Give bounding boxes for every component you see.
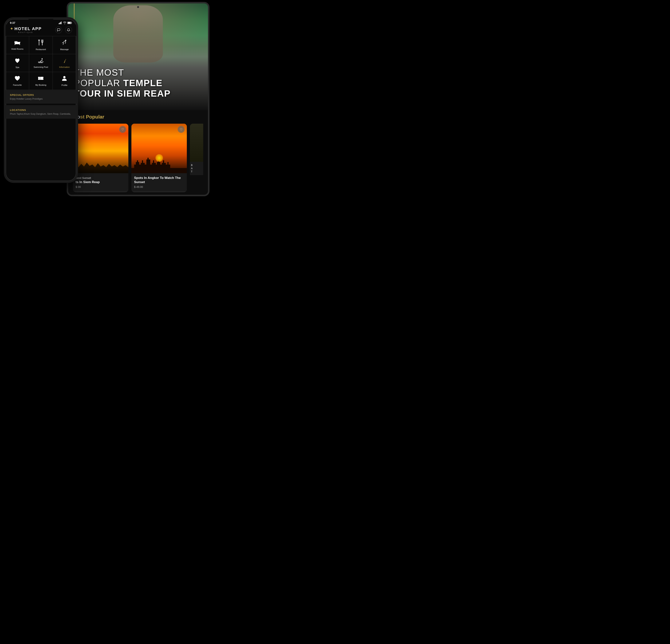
- hero-text-block: THE MOST POPULAR TEMPLE TOUR IN SIEM REA…: [74, 67, 202, 99]
- card1-title: Best Sunset ts In Siem Reap: [76, 176, 126, 184]
- menu-item-information[interactable]: 𝑖 Information: [53, 54, 76, 72]
- favourite-icon-wrapper: [14, 76, 20, 82]
- menu-item-swimming-pool[interactable]: Swimming Pool: [29, 54, 53, 72]
- info-icon: 𝑖: [64, 58, 65, 64]
- card3-partial-img: [190, 124, 203, 162]
- svg-point-17: [42, 58, 43, 59]
- app-logo-top: ✦ HOTEL APP: [10, 26, 42, 31]
- tablet: THE MOST POPULAR TEMPLE TOUR IN SIEM REA…: [67, 2, 210, 196]
- menu-item-spa[interactable]: Spa: [6, 54, 29, 72]
- tablet-content: THE MOST POPULAR TEMPLE TOUR IN SIEM REA…: [68, 3, 208, 195]
- card3-info-partial: B A T: [190, 162, 203, 175]
- information-label: Information: [59, 66, 70, 68]
- hero-line2: POPULAR TEMPLE: [74, 78, 202, 88]
- tablet-card-3-partial: B A T: [190, 124, 203, 192]
- wifi-icon: [63, 22, 66, 24]
- notification-button[interactable]: [65, 26, 72, 33]
- card1-prefix: Best Sunset: [76, 176, 91, 180]
- status-time: 9:37: [10, 21, 15, 24]
- tablet-card-2[interactable]: ♡ Spots In Angkor To Watch The Sunset $ …: [131, 124, 187, 192]
- tablet-camera: [137, 6, 139, 8]
- massage-icon: [62, 40, 67, 45]
- special-offers-description: Enjoy Hoteller Luxury Proiviliges: [10, 97, 72, 100]
- phone: 9:37 ✦ HOTEL APP: [4, 17, 78, 183]
- card3-b: B: [191, 164, 202, 167]
- card1-info: Best Sunset ts In Siem Reap $ 00: [73, 173, 129, 191]
- tablet-section-title: Most Popular: [73, 114, 203, 120]
- massage-icon-wrapper: [62, 40, 67, 47]
- card2-favorite[interactable]: ♡: [178, 126, 185, 133]
- menu-item-restaurant[interactable]: Restaurant: [29, 36, 53, 54]
- info-icon-wrapper: 𝑖: [64, 58, 65, 64]
- card1-price: $ 00: [76, 185, 126, 188]
- my-booking-label: My Booking: [36, 84, 46, 86]
- svg-rect-6: [71, 23, 72, 23]
- card3-title-partial: B A T: [191, 164, 202, 173]
- locations-title: LOCATIONS: [10, 109, 72, 111]
- special-offers-title: SPECIAL OFFERS: [10, 94, 72, 96]
- chat-button[interactable]: [55, 26, 62, 33]
- phone-notch: [29, 19, 53, 24]
- svg-rect-3: [61, 22, 62, 24]
- svg-point-19: [63, 76, 66, 78]
- header-icons: [55, 26, 72, 33]
- card1-image: ♡: [73, 124, 129, 173]
- svg-point-16: [65, 40, 66, 41]
- tablet-bottom: Most Popular ♡ Best Sunset ts In Siem Re…: [68, 110, 208, 195]
- app-subtitle: BOUTIQUE: [10, 31, 42, 33]
- spa-icon-wrapper: [14, 57, 20, 65]
- profile-icon: [62, 76, 67, 81]
- sun: [156, 154, 163, 162]
- menu-item-my-booking[interactable]: My Booking: [29, 72, 53, 90]
- svg-rect-2: [60, 22, 61, 24]
- tablet-cards: ♡ Best Sunset ts In Siem Reap $ 00: [73, 124, 203, 192]
- card3-a: A: [191, 167, 202, 170]
- ticket-icon: [38, 76, 44, 81]
- chat-icon: [57, 28, 61, 31]
- svg-rect-0: [59, 23, 59, 24]
- hotel-rooms-icon: [14, 40, 21, 46]
- hero-line2-bold: TEMPLE: [123, 78, 163, 88]
- spa-icon: [14, 57, 20, 63]
- menu-grid: Hotel Rooms Restaurant: [6, 36, 76, 90]
- card1-price-value: 00: [78, 185, 81, 188]
- tablet-card-1[interactable]: ♡ Best Sunset ts In Siem Reap $ 00: [73, 124, 129, 192]
- signal-icon: [59, 22, 62, 24]
- card2-price: $ 49.00: [134, 185, 184, 188]
- hero-line3: TOUR IN SIEM REAP: [74, 88, 202, 99]
- card2-image: ♡: [131, 124, 187, 173]
- svg-rect-5: [68, 22, 71, 24]
- temple-face: [113, 5, 163, 63]
- svg-rect-10: [15, 44, 15, 45]
- heart-icon: [14, 76, 20, 81]
- hero-line2-normal: POPULAR: [74, 78, 123, 88]
- pool-icon-wrapper: [38, 58, 44, 64]
- menu-item-massage[interactable]: Massage: [53, 36, 76, 54]
- menu-item-profile[interactable]: Profile: [53, 72, 76, 90]
- hero-line1: THE MOST: [74, 67, 202, 78]
- locations-address: Phum Taphul,Khum Svay Dangkum, Siem Reap…: [10, 113, 72, 115]
- svg-rect-12: [14, 42, 21, 42]
- locations-section: LOCATIONS Phum Taphul,Khum Svay Dangkum,…: [6, 105, 76, 119]
- card1-price-text: $ 00: [76, 185, 81, 188]
- phone-header: ✦ HOTEL APP BOUTIQUE: [6, 24, 76, 36]
- svg-rect-7: [15, 42, 20, 44]
- favourite-label: Favourite: [13, 84, 22, 86]
- bed-icon: [14, 40, 21, 45]
- svg-rect-11: [19, 44, 20, 45]
- card1-favorite[interactable]: ♡: [119, 126, 126, 133]
- special-offers-section: SPECIAL OFFERS Enjoy Hoteller Luxury Pro…: [6, 90, 76, 104]
- bell-icon: [67, 28, 70, 31]
- spa-label: Spa: [15, 66, 19, 68]
- app-logo: ✦ HOTEL APP BOUTIQUE: [10, 26, 42, 33]
- menu-item-favourite[interactable]: Favourite: [6, 72, 29, 90]
- profile-label: Profile: [62, 84, 67, 86]
- logo-icon: ✦: [10, 26, 13, 31]
- menu-item-hotel-rooms[interactable]: Hotel Rooms: [6, 36, 29, 54]
- section-title-suffix: st Popular: [80, 114, 104, 120]
- swimming-pool-label: Swimming Pool: [34, 66, 48, 68]
- profile-icon-wrapper: [62, 76, 67, 82]
- card3-t: T: [191, 170, 202, 173]
- booking-icon-wrapper: [38, 76, 44, 82]
- card3-bg: [190, 124, 203, 162]
